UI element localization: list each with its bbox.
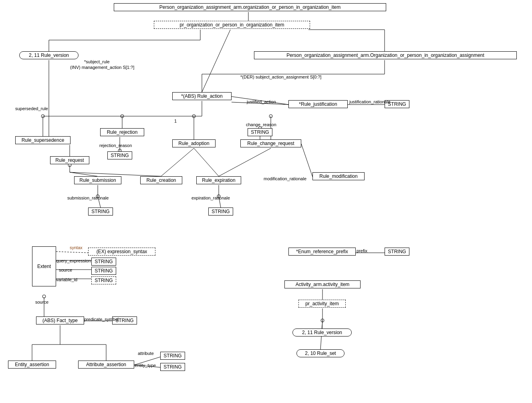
svg-line-33 <box>219 148 271 176</box>
label-entity-type: entity_type <box>135 363 156 368</box>
node-rule-submission: Rule_submission <box>74 176 121 184</box>
node-string-source: STRING <box>91 267 116 275</box>
label-prefix: prefix <box>357 248 367 253</box>
node-extent: Extent <box>32 246 56 286</box>
svg-line-10 <box>202 30 230 92</box>
svg-point-35 <box>121 115 124 118</box>
node-string-submission: STRING <box>88 208 113 216</box>
node-rule-modification: Rule_modification <box>312 172 365 180</box>
svg-point-34 <box>41 115 44 118</box>
node-top-entity: Person_organization_assignment_arm.organ… <box>114 3 386 11</box>
svg-line-45 <box>56 252 88 253</box>
node-rule-supersedence: Rule_supersedence <box>15 136 71 144</box>
label-1: 1 <box>174 119 177 123</box>
label-change-reason: change_reason <box>246 122 276 127</box>
node-string-attribute: STRING <box>160 352 185 360</box>
label-predicate-symbol: predicate_symbol <box>84 317 119 322</box>
node-rule-change-request: Rule_change_request <box>240 139 301 147</box>
svg-line-23 <box>70 172 97 176</box>
node-string-variable: STRING <box>91 276 116 284</box>
diagram-lines <box>0 0 532 403</box>
node-rule-action: *(ABS) Rule_action <box>172 92 232 100</box>
node-rule-adoption: Rule_adoption <box>172 139 216 147</box>
node-string-change: STRING <box>248 128 272 136</box>
node-fact-type: (ABS) Fact_type <box>36 316 84 324</box>
label-inv-management: (INV) management_action S[1:?] <box>70 65 134 70</box>
label-query-expression: query_expression <box>56 258 91 263</box>
svg-line-25 <box>194 148 219 176</box>
node-rule-justification: *Rule_justification <box>288 100 348 108</box>
label-superseded-rule: superseded_rule <box>15 106 48 111</box>
node-rule-rejection: Rule_rejection <box>100 128 144 136</box>
node-pr-activity: pr_activity_item <box>298 300 346 308</box>
node-rule-request: Rule_request <box>50 156 89 164</box>
label-der-subject: *(DER) subject_action_assignment S[0:?] <box>240 75 321 79</box>
label-submission-rationale: submission_rationale <box>67 195 109 200</box>
label-subject-rule: *subject_rule <box>84 59 110 64</box>
node-string-entity-type: STRING <box>160 363 185 371</box>
label-justification-rationale: justification_rationale <box>349 99 391 104</box>
svg-point-36 <box>192 115 195 118</box>
node-enum-ref-prefix: *Enum_reference_prefix <box>288 248 356 256</box>
label-modification-rationale: modification_rationale <box>264 176 306 181</box>
node-rule-set: 2, 10 Rule_set <box>296 349 345 357</box>
node-string-prefix: STRING <box>385 248 409 256</box>
node-pr-org: pr_organization_or_person_in_organizatio… <box>154 21 310 29</box>
label-syntax: syntax <box>70 245 83 250</box>
svg-line-26 <box>161 148 194 176</box>
node-ex-syntax: (EX) expression_syntax <box>88 248 155 256</box>
extent-label: Extent <box>37 264 51 269</box>
node-entity-assertion: Entity_assertion <box>8 361 56 369</box>
svg-point-60 <box>321 319 324 322</box>
label-attribute: attribute <box>138 351 154 356</box>
label-rejection-reason: rejection_reason <box>99 143 132 148</box>
node-person-org-assign: Person_organization_assignment_arm.Organ… <box>254 51 517 59</box>
node-string-rejection: STRING <box>107 151 132 159</box>
node-rule-expiration: Rule_expiration <box>196 176 241 184</box>
label-expiration-rationale: expiration_rationale <box>191 195 230 200</box>
node-rule-version-1: 2, 11 Rule_version <box>19 51 79 59</box>
node-activity-item: Activity_arm.activity_item <box>284 280 361 288</box>
label-justified-action: justified_action <box>247 99 276 104</box>
node-string-query: STRING <box>91 258 116 266</box>
label-source-extent: source <box>59 268 72 272</box>
svg-line-24 <box>70 172 161 176</box>
svg-line-58 <box>322 320 322 328</box>
label-variable-id: variable_id <box>56 277 77 282</box>
node-string-expiration: STRING <box>208 208 233 216</box>
svg-point-47 <box>42 295 46 298</box>
svg-line-32 <box>301 144 312 177</box>
node-rule-version-2: 2, 11 Rule_version <box>292 328 352 337</box>
node-rule-creation: Rule_creation <box>140 176 182 184</box>
label-source-fact: source <box>35 300 48 304</box>
diagram-container: Person_organization_assignment_arm.organ… <box>0 0 532 403</box>
svg-point-37 <box>269 115 272 118</box>
node-attribute-assertion: Attribute_assertion <box>78 361 134 369</box>
